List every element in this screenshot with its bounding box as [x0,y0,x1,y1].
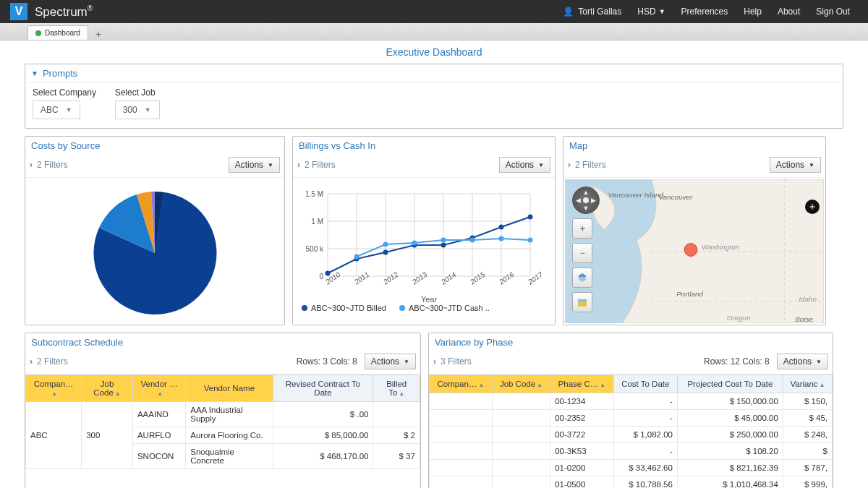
chevron-down-icon: ▼ [145,106,151,114]
col-company[interactable]: Compan…▲ [430,375,493,393]
svg-text:Oregon: Oregon [727,314,752,322]
svg-marker-52 [578,276,587,282]
chevron-down-icon: ▼ [31,69,38,77]
svg-text:2017: 2017 [526,270,545,286]
svg-text:Idaho: Idaho [799,295,817,303]
map-extent-button[interactable] [572,292,592,312]
costs-filters[interactable]: 2 Filters [37,160,68,170]
svg-text:2012: 2012 [381,270,400,286]
map-title: Map [563,137,825,155]
svg-text:2011: 2011 [352,270,370,286]
svg-text:Washington: Washington [702,244,740,252]
billings-card: Billings vs Cash In › 2 Filters Actions▼ [292,136,556,325]
chevron-down-icon: ▼ [816,359,822,365]
billings-actions-button[interactable]: Actions▼ [499,157,550,173]
chevron-down-icon: ▼ [809,162,814,168]
table-row[interactable]: 00-1234-$ 150,000.00$ 150, [430,393,833,410]
svg-rect-54 [578,299,587,301]
map-pan-control[interactable]: ▲▼▶◀ [572,187,600,214]
map-zoom-in-button[interactable]: ＋ [572,218,592,239]
top-bar: V Spectrum® 👤 Torti Gallas HSD▼ Preferen… [0,0,868,23]
map-marker[interactable] [684,244,697,257]
app-logo: V [10,3,27,20]
variance-actions-button[interactable]: Actions▼ [777,354,828,369]
table-row[interactable]: 01-0500$ 10,788.56$ 1,010,468.34$ 999, [430,476,833,489]
map-card: Map › 2 Filters Actions▼ Vancouver Islan… [563,136,826,325]
company-label: Select Company [33,87,96,98]
map-layers-button[interactable] [572,267,592,288]
col-projected[interactable]: Projected Cost To Date [677,375,783,393]
table-row[interactable]: 00-3K53-$ 108.20$ [430,443,833,460]
map-add-button[interactable]: ＋ [805,200,820,214]
col-variance[interactable]: Varianc▲ [783,375,832,393]
costs-by-source-card: Costs by Source › 2 Filters Actions▼ [25,136,285,325]
svg-point-32 [528,214,533,219]
about-link[interactable]: About [770,7,808,17]
map-canvas[interactable]: Vancouver Island Vancouver Portland Wash… [565,179,824,323]
variance-card: Variance by Phase › 3 Filters Rows: 12 C… [428,333,833,488]
filter-expand-icon[interactable]: › [433,356,436,367]
variance-title: Variance by Phase [429,333,833,351]
chevron-down-icon: ▼ [538,162,544,168]
prompts-header[interactable]: ▼ Prompts [25,64,843,83]
svg-point-39 [528,237,533,242]
help-link[interactable]: Help [736,7,770,17]
preferences-link[interactable]: Preferences [673,7,736,17]
subcontract-rowscols: Rows: 3 Cols: 8 [297,356,357,367]
col-jobcode[interactable]: Job Code▲ [492,375,550,393]
variance-rowscols: Rows: 12 Cols: 8 [704,356,770,367]
subcontract-card: Subcontract Schedule › 2 Filters Rows: 3… [25,333,421,488]
col-phase[interactable]: Phase C…▲ [550,375,613,393]
costs-actions-button[interactable]: Actions▼ [229,157,280,173]
filter-expand-icon[interactable]: › [297,160,300,170]
map-zoom-out-button[interactable]: － [572,243,592,263]
tab-dashboard[interactable]: Dashboard [27,25,88,40]
filter-expand-icon[interactable]: › [30,356,33,367]
filter-expand-icon[interactable]: › [30,160,33,170]
job-label: Select Job [115,87,160,98]
table-row[interactable]: 00-2352-$ 45,000.00$ 45, [430,410,833,427]
svg-point-33 [354,254,359,259]
org-dropdown[interactable]: HSD▼ [629,7,673,17]
svg-text:1 M: 1 M [311,218,323,226]
svg-text:2015: 2015 [468,270,487,286]
svg-text:2016: 2016 [497,270,516,286]
add-tab-button[interactable]: + [88,28,109,40]
legend-dot-icon [302,305,307,311]
col-vendor[interactable]: Vendor …▲ [132,375,185,402]
job-select[interactable]: 300▼ [115,100,160,119]
user-icon: 👤 [563,7,574,17]
subcontract-filters[interactable]: 2 Filters [37,356,68,367]
subcontract-actions-button[interactable]: Actions▼ [365,354,416,369]
table-row[interactable]: ABC 300 AAAIND AAA Industrial Supply $ .… [26,402,420,427]
map-actions-button[interactable]: Actions▼ [770,157,821,173]
col-company[interactable]: Compan…▲ [26,375,82,402]
billings-filters[interactable]: 2 Filters [305,160,336,170]
legend-dot-icon [399,305,405,311]
map-filters[interactable]: 2 Filters [575,160,606,170]
col-jobcode[interactable]: Job Code▲ [82,375,133,402]
filter-expand-icon[interactable]: › [568,160,571,170]
signout-link[interactable]: Sign Out [808,7,858,17]
chevron-down-icon: ▼ [66,106,72,114]
cards-row: Costs by Source › 2 Filters Actions▼ [25,136,843,325]
svg-point-37 [470,237,475,242]
billings-legend: ABC~300~JTD Billed ABC~300~JTD Cash .. [296,304,552,315]
table-row[interactable]: 00-3722$ 1,082.00$ 250,000.00$ 248, [430,427,833,443]
svg-text:2014: 2014 [439,270,458,286]
variance-filters[interactable]: 3 Filters [441,356,472,367]
svg-text:Boise: Boise [795,315,813,323]
company-select[interactable]: ABC▼ [33,100,80,119]
col-vendorname[interactable]: Vendor Name [186,375,273,402]
svg-text:Vancouver: Vancouver [658,193,693,201]
col-billed[interactable]: Billed To▲ [373,375,420,402]
col-cost[interactable]: Cost To Date [613,375,677,393]
col-revised[interactable]: Revised Contract To Date [273,375,373,402]
costs-pie-chart [25,178,284,328]
svg-point-35 [412,240,417,245]
chevron-down-icon: ▼ [268,162,273,168]
table-row[interactable]: 01-0200$ 33,462.60$ 821,162.39$ 787, [430,460,833,476]
user-menu[interactable]: 👤 Torti Gallas [555,7,629,17]
svg-text:Year: Year [421,295,438,304]
tab-active-icon [35,30,41,36]
